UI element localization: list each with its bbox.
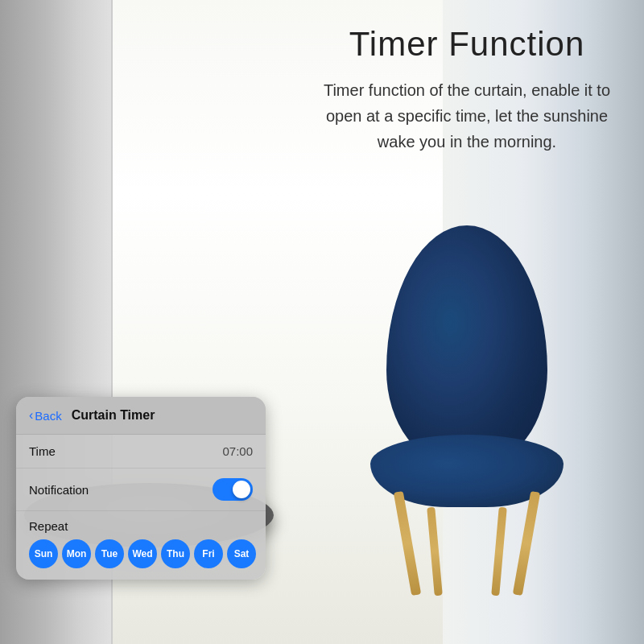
back-chevron-icon: ‹ [29,408,33,423]
back-label: Back [35,409,61,423]
back-button[interactable]: ‹ Back [29,408,62,423]
title-section: Timer Function Timer function of the cur… [314,24,620,155]
notification-row: Notification [16,469,266,511]
chair-leg-right [513,491,540,596]
page-title: Timer Function [314,24,620,64]
day-badge-thu[interactable]: Thu [161,539,190,568]
time-value[interactable]: 07:00 [222,444,253,458]
page-subtitle: Timer function of the curtain, enable it… [314,77,620,155]
chair-leg-center-right [491,507,507,596]
day-badge-fri[interactable]: Fri [194,539,223,568]
day-badge-tue[interactable]: Tue [95,539,124,568]
chair-leg-left [394,491,421,596]
notification-toggle[interactable] [213,478,253,501]
day-badge-wed[interactable]: Wed [128,539,157,568]
days-section: Repeat SunMonTueWedThuFriSat [16,511,266,580]
toggle-knob [233,481,250,498]
day-badge-sat[interactable]: Sat [227,539,256,568]
chair-back [386,225,547,467]
days-row: SunMonTueWedThuFriSat [29,539,253,568]
day-badge-sun[interactable]: Sun [29,539,58,568]
chair-leg-center-left [427,507,443,596]
time-row: Time 07:00 [16,435,266,469]
time-label: Time [29,444,56,458]
panel-title: Curtain Timer [72,408,155,423]
chair [354,225,580,596]
panel-header: ‹ Back Curtain Timer [16,397,266,435]
day-badge-mon[interactable]: Mon [62,539,91,568]
repeat-label: Repeat [29,519,253,533]
ui-panel: ‹ Back Curtain Timer Time 07:00 Notifica… [16,397,266,580]
notification-label: Notification [29,483,89,497]
